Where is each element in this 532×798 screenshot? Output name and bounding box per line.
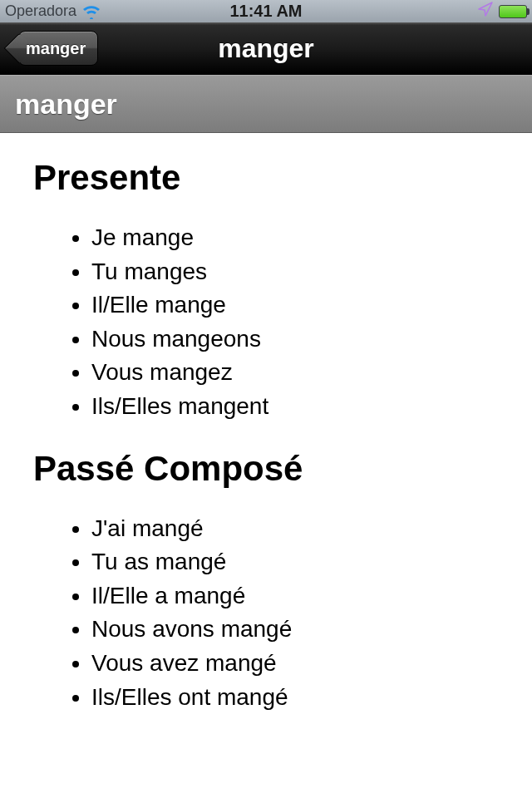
status-bar: Operadora 11:41 AM xyxy=(0,0,532,22)
carrier-label: Operadora xyxy=(5,2,76,20)
conjugation-list: J'ai mangé Tu as mangé Il/Elle a mangé N… xyxy=(33,512,499,715)
list-item: Ils/Elles ont mangé xyxy=(91,681,499,715)
wifi-icon xyxy=(81,4,101,19)
nav-title: manger xyxy=(218,33,314,64)
nav-bar: manger manger xyxy=(0,22,532,75)
section-header-label: manger xyxy=(15,88,117,121)
list-item: Il/Elle a mangé xyxy=(91,579,499,613)
list-item: Il/Elle mange xyxy=(91,288,499,323)
list-item: Vous mangez xyxy=(91,356,499,390)
tense-title: Presente xyxy=(33,158,499,198)
list-item: Nous mangeons xyxy=(91,323,499,357)
back-button[interactable]: manger xyxy=(18,31,98,66)
list-item: Vous avez mangé xyxy=(91,647,499,681)
back-button-label: manger xyxy=(26,39,86,58)
list-item: Je mange xyxy=(91,221,499,255)
section-header: manger xyxy=(0,75,532,133)
conjugation-list: Je mange Tu manges Il/Elle mange Nous ma… xyxy=(33,221,499,424)
list-item: J'ai mangé xyxy=(91,512,499,546)
list-item: Tu manges xyxy=(91,255,499,289)
status-right xyxy=(477,1,527,22)
status-time: 11:41 AM xyxy=(229,2,302,21)
location-icon xyxy=(477,1,494,22)
content-area[interactable]: Presente Je mange Tu manges Il/Elle mang… xyxy=(0,133,532,764)
list-item: Nous avons mangé xyxy=(91,613,499,647)
battery-icon xyxy=(499,5,527,18)
list-item: Ils/Elles mangent xyxy=(91,390,499,424)
status-left: Operadora xyxy=(5,2,101,20)
list-item: Tu as mangé xyxy=(91,545,499,579)
tense-title: Passé Composé xyxy=(33,449,499,489)
